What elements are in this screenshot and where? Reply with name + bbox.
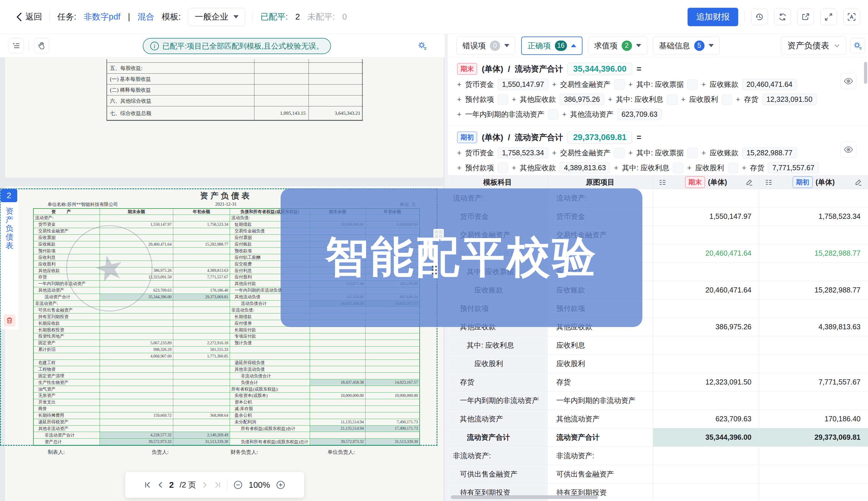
selection-sheet-label[interactable]: 资产负债表 [1,207,18,250]
formula-term-value[interactable] [673,163,683,173]
cell-period-begin[interactable] [759,483,868,501]
table-row[interactable]: 应收票据及应收账款20,460,471.6415,282,988.77 [448,244,868,263]
formula-term-value[interactable] [722,94,732,105]
cell-period-begin[interactable]: 15,282,988.77 [759,281,868,299]
cell-period-end[interactable]: 1,550,147.97 [653,207,759,226]
cell-period-end[interactable] [653,263,759,281]
table-row[interactable]: 非流动资产:非流动资产: [448,447,868,465]
tab-求值项[interactable]: 求值项2 [588,36,647,55]
table-row[interactable]: 流动资产合计流动资产合计35,344,396.0029,373,069.81 [448,428,868,447]
zoom-in-button[interactable] [276,480,285,490]
formula-term-value[interactable] [687,79,698,90]
formula-term-value[interactable] [614,148,625,158]
prev-page-button[interactable] [157,481,164,489]
vertical-scrollbar[interactable] [864,62,867,84]
cell-period-end[interactable]: 35,344,396.00 [653,428,759,447]
add-report-button[interactable]: 追加财报 [688,8,738,26]
fullscreen-icon[interactable] [820,9,837,25]
formula-term-value[interactable] [614,79,625,90]
cell-period-end[interactable] [653,465,759,483]
table-row[interactable]: 一年内到期的非流动资产一年内到期的非流动资产 [448,392,868,410]
last-page-button[interactable] [214,481,221,489]
cell-period-end[interactable] [653,355,759,373]
cell-period-end[interactable]: 623,709.63 [653,410,759,428]
table-row[interactable]: 货币资金货币资金1,550,147.971,758,523.34 [448,207,868,226]
next-page-button[interactable] [202,481,208,489]
list-icon[interactable] [659,179,666,186]
table-row[interactable]: 应收账款应收账款20,460,471.6415,282,988.77 [448,281,868,299]
cell-period-begin[interactable] [759,392,868,410]
formula-term-value[interactable] [687,148,698,158]
formula-term-value[interactable]: 623,709.63 [617,109,662,120]
cell-period-end[interactable]: 386,975.26 [653,318,759,336]
zoom-out-button[interactable] [233,480,243,490]
cell-period-end[interactable]: 12,323,091.50 [653,373,759,392]
ocr-icon[interactable] [843,9,860,25]
history-icon[interactable] [751,9,768,25]
table-row[interactable]: 流动资产:流动资产: [448,189,868,207]
cell-period-begin[interactable] [759,263,868,281]
cell-period-end[interactable] [653,483,759,501]
sheet-select[interactable]: 资产负债表 [781,36,846,55]
formula-term-value[interactable] [667,94,678,105]
first-page-button[interactable] [144,481,151,489]
formula-term-value[interactable]: 7,771,557.67 [768,162,819,173]
cell-period-begin[interactable]: 29,373,069.81 [759,428,868,447]
cell-period-end[interactable]: 20,460,471.64 [653,244,759,263]
cell-period-begin[interactable] [759,447,868,465]
outline-icon[interactable] [9,38,24,53]
smart-config-icon[interactable] [415,38,430,53]
formula-term-value[interactable]: 12,323,091.50 [762,94,817,105]
cell-period-begin[interactable] [759,336,868,355]
cell-period-end[interactable] [653,336,759,355]
table-row[interactable]: 预付款项预付款项 [448,299,868,318]
table-row[interactable]: 可供出售金融资产可供出售金融资产 [448,465,868,483]
current-page[interactable]: 2 [169,480,174,490]
cell-period-begin[interactable]: 4,389,813.63 [759,318,868,336]
formula-term-value[interactable]: 386,975.26 [560,94,604,105]
cell-period-begin[interactable] [759,299,868,318]
formula-total-value[interactable]: 35,344,396.00 [567,63,632,75]
edit-icon[interactable] [746,179,753,186]
table-row[interactable]: 应收股利应收股利 [448,355,868,373]
table-row[interactable]: 其他应收款其他应收款386,975.264,389,813.63 [448,318,868,336]
cell-period-begin[interactable] [759,355,868,373]
table-row[interactable]: 其中: 应收利息应收利息 [448,336,868,355]
formula-term-value[interactable]: 4,389,813.63 [560,162,610,173]
hand-icon[interactable] [34,38,49,53]
formula-term-value[interactable] [498,163,508,173]
back-button[interactable]: 返回 [16,11,42,23]
cell-period-begin[interactable]: 1,758,523.34 [759,207,868,226]
eye-icon[interactable] [840,73,857,89]
cell-period-end[interactable] [653,299,759,318]
tab-错误项[interactable]: 错误项0 [457,36,515,55]
formula-total-value[interactable]: 29,373,069.81 [567,131,632,143]
delete-selection-button[interactable] [3,315,15,327]
formula-term-value[interactable]: 1,550,147.97 [498,79,548,90]
cell-period-begin[interactable] [759,465,868,483]
formula-term-value[interactable] [498,94,508,105]
cell-period-end[interactable]: 20,460,471.64 [653,281,759,299]
table-row[interactable]: 存货存货12,323,091.507,771,557.67 [448,373,868,392]
tab-正确项[interactable]: 正确项16 [521,36,583,55]
horizontal-scrollbar[interactable] [451,495,598,499]
formula-term-value[interactable]: 15,282,988.77 [742,147,797,159]
tab-基础信息[interactable]: 基础信息5 [653,36,720,55]
cell-period-end[interactable] [653,189,759,207]
smart-config-icon[interactable] [850,38,865,53]
cell-period-end[interactable] [653,226,759,244]
cell-period-begin[interactable] [759,226,868,244]
table-row[interactable]: 交易性金融资产交易性金融资产 [448,226,868,244]
cell-period-begin[interactable]: 170,186.40 [759,410,868,428]
list-icon[interactable] [765,179,772,186]
eye-icon[interactable] [840,141,857,158]
cell-period-end[interactable] [653,392,759,410]
refresh-icon[interactable] [774,9,791,25]
template-select[interactable]: 一般企业 [188,8,245,26]
formula-term-value[interactable]: 20,460,471.64 [742,79,797,90]
drag-handle-icon[interactable] [432,266,437,274]
table-row[interactable]: 其他流动资产其他流动资产623,709.63170,186.40 [448,410,868,428]
cell-period-begin[interactable] [759,189,868,207]
formula-term-value[interactable] [548,109,558,120]
cell-period-begin[interactable]: 7,771,557.67 [759,373,868,392]
